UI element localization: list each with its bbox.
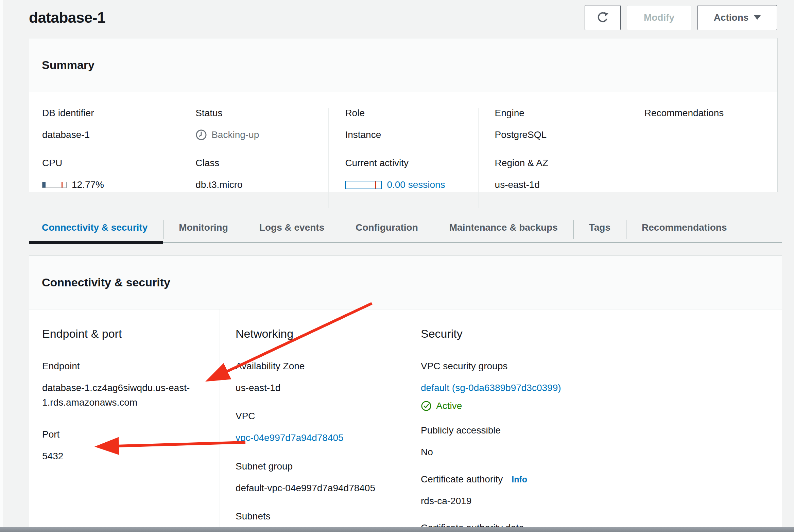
cpu-threshold-tick xyxy=(62,182,63,188)
availability-zone-label: Availability Zone xyxy=(236,361,391,372)
summary-card-header: Summary xyxy=(29,38,777,92)
recommendations-label: Recommendations xyxy=(644,108,767,119)
class-label: Class xyxy=(195,158,318,169)
connectivity-security-card: Connectivity & security Endpoint & port … xyxy=(29,255,782,532)
cpu-progress-fill xyxy=(42,182,46,188)
publicly-accessible-label: Publicly accessible xyxy=(421,425,768,436)
modify-button[interactable]: Modify xyxy=(627,5,691,30)
db-identifier-label: DB identifier xyxy=(42,108,169,119)
actions-button[interactable]: Actions xyxy=(697,5,777,30)
publicly-accessible-value: No xyxy=(421,445,768,459)
current-activity-meter: 0.00 sessions xyxy=(345,177,468,192)
port-label: Port xyxy=(42,429,206,440)
page-header: database-1 Modify Actions xyxy=(29,0,777,35)
engine-value: PostgreSQL xyxy=(495,127,618,142)
security-heading: Security xyxy=(421,327,768,340)
summary-col-role: Role Instance Current activity 0.00 sess… xyxy=(328,108,478,208)
refresh-icon xyxy=(596,11,609,24)
clock-icon xyxy=(195,129,207,141)
cpu-meter: 12.77% xyxy=(42,177,169,192)
subnets-label: Subnets xyxy=(236,511,391,522)
networking-heading: Networking xyxy=(236,327,391,340)
port-value: 5432 xyxy=(42,449,206,463)
certificate-authority-label: Certificate authority xyxy=(421,474,503,485)
role-value: Instance xyxy=(345,127,468,142)
summary-col-identifier: DB identifier database-1 CPU 12.77% xyxy=(29,108,179,208)
header-buttons: Modify Actions xyxy=(585,5,777,30)
summary-grid: DB identifier database-1 CPU 12.77% Stat… xyxy=(29,92,777,208)
endpoint-port-column: Endpoint & port Endpoint database-1.cz4a… xyxy=(29,309,220,532)
sessions-threshold-tick xyxy=(375,181,376,189)
tab-maintenance-backups[interactable]: Maintenance & backups xyxy=(434,215,573,242)
endpoint-value: database-1.cz4ag6siwqdu.us-east-1.rds.am… xyxy=(42,380,206,410)
sessions-link[interactable]: 0.00 sessions xyxy=(387,177,445,192)
availability-zone-value: us-east-1d xyxy=(236,380,391,395)
subnet-group-value: default-vpc-04e997d7a94d78405 xyxy=(236,481,391,495)
check-circle-icon xyxy=(421,401,432,411)
region-az-label: Region & AZ xyxy=(495,158,618,169)
tab-logs-events[interactable]: Logs & events xyxy=(244,215,340,242)
endpoint-label: Endpoint xyxy=(42,361,206,372)
security-group-link[interactable]: default (sg-0da6389b97d3c0399) xyxy=(421,380,561,395)
class-value: db.t3.micro xyxy=(195,177,318,192)
tab-configuration[interactable]: Configuration xyxy=(340,215,434,242)
refresh-button[interactable] xyxy=(585,5,621,30)
region-az-value: us-east-1d xyxy=(495,177,618,192)
vpc-security-groups-label: VPC security groups xyxy=(421,361,768,372)
current-activity-label: Current activity xyxy=(345,158,468,169)
subnet-group-label: Subnet group xyxy=(236,461,391,472)
status-value-row: Backing-up xyxy=(195,127,318,142)
actions-button-label: Actions xyxy=(714,12,749,23)
status-label: Status xyxy=(195,108,318,119)
detail-tabs: Connectivity & security Monitoring Logs … xyxy=(29,215,782,243)
summary-col-status: Status Backing-up Class db.t3.micro xyxy=(179,108,328,208)
summary-heading: Summary xyxy=(42,58,94,72)
tab-recommendations[interactable]: Recommendations xyxy=(626,215,743,242)
cpu-label: CPU xyxy=(42,158,169,169)
tab-tags[interactable]: Tags xyxy=(573,215,626,242)
role-label: Role xyxy=(345,108,468,119)
tab-monitoring[interactable]: Monitoring xyxy=(163,215,244,242)
endpoint-port-heading: Endpoint & port xyxy=(42,327,206,340)
security-group-status-text: Active xyxy=(436,401,462,411)
collapsed-sidenav-edge xyxy=(0,0,3,532)
page-title: database-1 xyxy=(29,9,105,26)
connectivity-card-header: Connectivity & security xyxy=(29,256,782,309)
summary-col-recommendations: Recommendations xyxy=(628,108,777,208)
connectivity-grid: Endpoint & port Endpoint database-1.cz4a… xyxy=(29,309,782,532)
cpu-value: 12.77% xyxy=(72,177,104,192)
window-bottom-edge xyxy=(0,527,794,532)
certificate-authority-value: rds-ca-2019 xyxy=(421,494,768,508)
engine-label: Engine xyxy=(495,108,618,119)
cpu-progress-bar xyxy=(42,182,67,188)
summary-col-engine: Engine PostgreSQL Region & AZ us-east-1d xyxy=(478,108,628,208)
status-value: Backing-up xyxy=(211,127,259,142)
security-group-status: Active xyxy=(421,401,768,411)
sessions-progress-bar xyxy=(345,181,382,189)
connectivity-heading: Connectivity & security xyxy=(42,276,170,289)
tab-connectivity-security[interactable]: Connectivity & security xyxy=(29,215,163,242)
vpc-link[interactable]: vpc-04e997d7a94d78405 xyxy=(236,430,344,445)
chevron-down-icon xyxy=(754,15,761,20)
summary-card: Summary DB identifier database-1 CPU 12.… xyxy=(29,38,778,192)
db-identifier-value: database-1 xyxy=(42,127,169,142)
vpc-label: VPC xyxy=(236,411,391,422)
networking-column: Networking Availability Zone us-east-1d … xyxy=(220,309,405,532)
certificate-authority-info-link[interactable]: Info xyxy=(512,475,527,484)
security-column: Security VPC security groups default (sg… xyxy=(405,309,782,532)
